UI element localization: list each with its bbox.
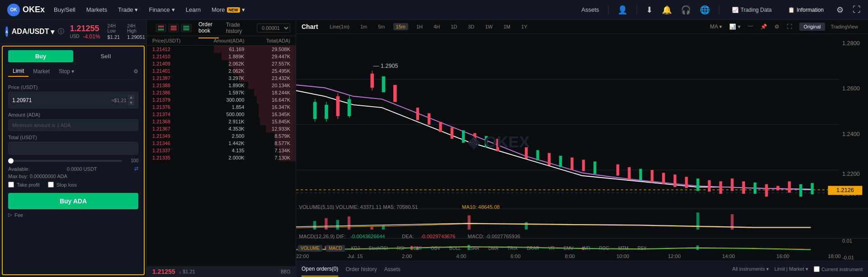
tf-1y[interactable]: 1Y [519, 23, 530, 30]
tf-1h[interactable]: 1H [414, 23, 425, 30]
ind-obv[interactable]: OBV [428, 245, 443, 252]
tf-5m[interactable]: 5m [375, 23, 387, 30]
sell-tab[interactable]: Sell [73, 50, 138, 62]
buy-tab[interactable]: Buy [8, 50, 73, 62]
take-profit-checkbox[interactable] [8, 182, 14, 188]
ob-icon-both[interactable] [156, 24, 166, 32]
all-instruments[interactable]: All instruments ▾ [732, 266, 769, 272]
form-settings-icon[interactable]: ⚙ [133, 68, 138, 75]
ind-boll[interactable]: BOLL [447, 245, 464, 252]
template-icon[interactable]: 📌 [759, 23, 769, 31]
slider-thumb[interactable] [8, 158, 14, 164]
table-row[interactable]: 1.21368 2.911K 15.845K [147, 118, 296, 125]
trading-data-btn[interactable]: 📈 Trading Data [728, 5, 775, 15]
tf-1m-month[interactable]: 1M [501, 23, 513, 30]
ind-macd[interactable]: MACD [326, 245, 344, 252]
draw-tool[interactable]: 〰 [746, 23, 755, 31]
current-instrument-checkbox[interactable] [814, 266, 820, 272]
table-row[interactable]: 1.21386 1.597K 18.244K [147, 89, 296, 96]
stop-loss-checkbox[interactable] [48, 182, 54, 188]
symbol-info-icon[interactable]: ⓘ [58, 28, 64, 36]
amount-input[interactable]: Minimum amount is 1 ADA [8, 119, 138, 131]
notification-icon[interactable]: 🔔 [662, 5, 672, 15]
ind-roc[interactable]: ROC [596, 245, 612, 252]
table-row[interactable]: 1.21401 2.062K 25.495K [147, 67, 296, 75]
type-market[interactable]: Market [28, 66, 54, 76]
precision-select[interactable]: 0.00001 [257, 23, 290, 33]
view-tradingview[interactable]: TradingView [826, 23, 863, 31]
price-down[interactable]: ▼ [128, 100, 134, 105]
ind-wr[interactable]: WR [580, 245, 593, 252]
fullscreen-icon[interactable]: ⛶ [853, 5, 861, 14]
nav-finance[interactable]: Finance ▾ [149, 6, 175, 13]
indicator-btn[interactable]: 📊 ▾ [727, 23, 742, 31]
logo[interactable]: OK OKEx [7, 4, 45, 16]
ind-vr[interactable]: VR [546, 245, 557, 252]
tf-3d[interactable]: 3D [465, 23, 477, 30]
table-row[interactable]: 1.21397 3.297K 23.432K [147, 75, 296, 82]
nav-more[interactable]: More NEW ▾ [212, 6, 245, 13]
tf-15m[interactable]: 15m [393, 23, 408, 30]
headset-icon[interactable]: 🎧 [681, 5, 691, 15]
ind-stochrsi[interactable]: StochRSI [366, 245, 391, 252]
total-input[interactable] [8, 142, 138, 155]
nav-buy-sell[interactable]: Buy/Sell [54, 6, 75, 13]
ind-psy[interactable]: PSY [635, 245, 649, 252]
settings-btn[interactable]: ⚙ [773, 23, 781, 31]
nav-trade[interactable]: Trade ▾ [118, 6, 138, 13]
tf-1d[interactable]: 1D [448, 23, 460, 30]
buy-ada-button[interactable]: Buy ADA [8, 193, 138, 209]
ob-tab-history[interactable]: Trade history [226, 18, 250, 38]
ind-emv[interactable]: EMV [561, 245, 576, 252]
view-original[interactable]: Original [799, 23, 826, 31]
globe-icon[interactable]: 🌐 [700, 5, 710, 15]
table-row[interactable]: 1.21379 300.000 16.647K [147, 96, 296, 103]
ind-mtm[interactable]: MTM [615, 245, 631, 252]
ind-kdj[interactable]: KDJ [349, 245, 363, 252]
ob-icon-sell[interactable] [169, 24, 179, 32]
table-row[interactable]: 1.21412 61.169 29.508K [147, 46, 296, 53]
nav-learn[interactable]: Learn [186, 6, 201, 13]
table-row[interactable]: 1.21409 2.062K 27.557K [147, 60, 296, 67]
tf-1m[interactable]: 1m [358, 23, 370, 30]
table-row[interactable]: 1.21335 2.000K 7.130K [147, 154, 296, 161]
ind-dma[interactable]: DMA [486, 245, 501, 252]
amount-slider[interactable] [8, 160, 122, 162]
table-row[interactable]: 1.21374 500.000 16.345K [147, 111, 296, 118]
table-row[interactable]: 1.21346 1.442K 8.577K [147, 140, 296, 147]
table-row[interactable]: 1.21388 1.890K 20.134K [147, 82, 296, 89]
information-btn[interactable]: 📋 Information [784, 5, 827, 15]
ob-tab-orderbook[interactable]: Order book [198, 18, 219, 38]
settings-icon[interactable]: ⚙ [836, 5, 844, 15]
ind-trix[interactable]: TRIX [505, 245, 520, 252]
assets-btn[interactable]: Assets [581, 6, 599, 13]
table-row[interactable]: 1.21376 1.854 16.347K [147, 103, 296, 111]
nav-markets[interactable]: Markets [86, 6, 107, 13]
type-stop[interactable]: Stop ▾ [54, 66, 79, 76]
ob-icon-buy[interactable] [181, 24, 191, 32]
order-types[interactable]: Limit | Market ▾ [774, 266, 808, 272]
symbol-name[interactable]: ADA/USDT ▾ [12, 28, 55, 36]
table-row[interactable]: 1.21349 2.500 8.579K [147, 132, 296, 140]
type-limit[interactable]: Limit [8, 66, 28, 77]
ind-sar[interactable]: SAR [467, 245, 482, 252]
current-instrument-toggle[interactable]: Current instrument [814, 266, 863, 272]
tf-4h[interactable]: 4H [431, 23, 443, 30]
tab-assets[interactable]: Assets [384, 263, 401, 276]
price-up[interactable]: ▲ [128, 95, 134, 100]
ma-selector[interactable]: MA ▾ [708, 23, 724, 31]
expand-btn[interactable]: ⛶ [785, 23, 794, 31]
ind-rsi[interactable]: RSI [394, 245, 407, 252]
table-row[interactable]: 1.21410 1.889K 29.447K [147, 53, 296, 60]
ind-brar[interactable]: BRAR [524, 245, 542, 252]
fee-row[interactable]: ▷ Fee [8, 212, 138, 218]
table-row[interactable]: 1.21367 4.353K 12.933K [147, 125, 296, 132]
ind-volume[interactable]: VOLUME [298, 245, 322, 252]
line-type-btn[interactable]: Line(1m) [327, 23, 352, 30]
download-icon[interactable]: ⬇ [646, 5, 653, 15]
tab-open-orders[interactable]: Open orders(0) [302, 262, 338, 277]
user-icon[interactable]: 👤 [618, 5, 627, 15]
tab-order-history[interactable]: Order history [345, 263, 377, 276]
price-input[interactable] [12, 97, 110, 103]
tf-1w[interactable]: 1W [482, 23, 495, 30]
